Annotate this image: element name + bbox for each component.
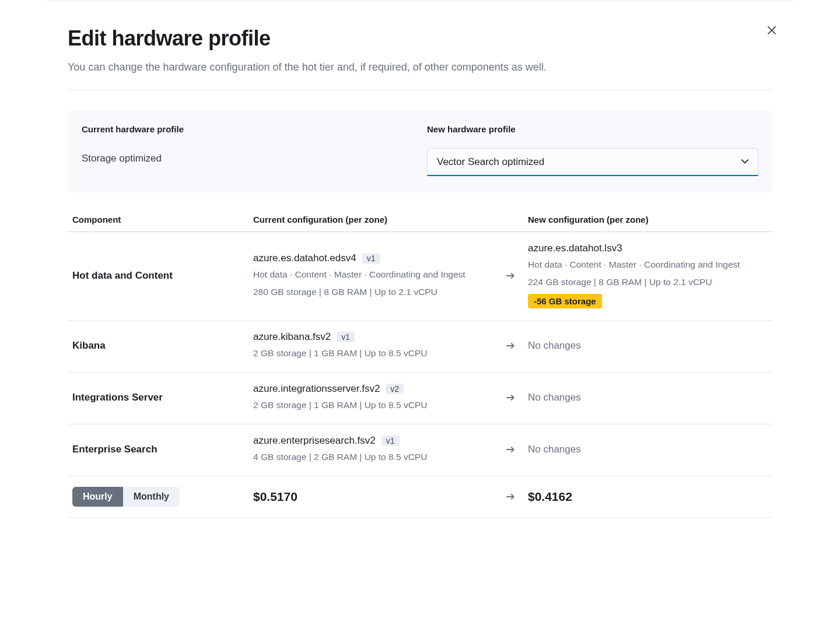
instance-name: azure.es.datahot.edsv4 <box>253 252 356 264</box>
arrow-right-icon <box>493 444 528 455</box>
new-price: $0.4162 <box>528 490 768 504</box>
instance-specs: 2 GB storage | 1 GB RAM | Up to 8.5 vCPU <box>253 398 493 412</box>
no-changes-text: No changes <box>528 392 768 403</box>
hardware-profile-card: Current hardware profile New hardware pr… <box>68 110 772 192</box>
table-row: Integrations Server azure.integrationsse… <box>68 373 772 424</box>
close-button[interactable] <box>762 20 782 42</box>
instance-specs: 4 GB storage | 2 GB RAM | Up to 8.5 vCPU <box>253 450 493 464</box>
instance-name: azure.kibana.fsv2 <box>253 331 331 343</box>
close-icon <box>766 29 777 37</box>
no-changes-text: No changes <box>528 340 768 352</box>
arrow-right-icon <box>493 340 528 351</box>
table-row: Kibana azure.kibana.fsv2 v1 2 GB storage… <box>68 321 772 373</box>
th-component: Component <box>72 215 253 224</box>
arrow-right-icon <box>493 392 528 403</box>
current-config: azure.kibana.fsv2 v1 2 GB storage | 1 GB… <box>253 331 493 360</box>
current-config: azure.es.datahot.edsv4 v1 Hot data · Con… <box>253 252 493 299</box>
instance-name: azure.enterprisesearch.fsv2 <box>253 435 376 447</box>
page-title: Edit hardware profile <box>68 26 762 51</box>
current-price: $0.5170 <box>253 490 493 504</box>
arrow-right-icon <box>493 491 528 502</box>
version-badge: v1 <box>382 436 400 446</box>
table-row: Enterprise Search azure.enterprisesearch… <box>68 424 772 476</box>
monthly-button[interactable]: Monthly <box>123 487 180 507</box>
new-profile-select[interactable]: Vector Search optimized <box>427 148 758 176</box>
version-badge: v1 <box>337 332 355 342</box>
hourly-button[interactable]: Hourly <box>72 487 123 507</box>
table-row: Hot data and Content azure.es.datahot.ed… <box>68 232 772 321</box>
billing-period-toggle: Hourly Monthly <box>72 487 180 507</box>
new-profile-label: New hardware profile <box>427 124 758 134</box>
instance-specs: 224 GB storage | 8 GB RAM | Up to 2.1 vC… <box>528 275 768 289</box>
version-badge: v1 <box>362 253 380 264</box>
no-changes-text: No changes <box>528 444 768 455</box>
instance-name: azure.es.datahot.lsv3 <box>528 243 622 254</box>
instance-roles: Hot data · Content · Master · Coordinati… <box>528 258 768 272</box>
table-header-row: Component Current configuration (per zon… <box>68 210 772 232</box>
pricing-row: Hourly Monthly $0.5170 $0.4162 <box>68 476 772 518</box>
new-profile-select-wrap: Vector Search optimized <box>427 148 758 176</box>
arrow-right-icon <box>493 271 528 281</box>
header: Edit hardware profile You can change the… <box>68 1 772 90</box>
component-name: Kibana <box>72 340 253 352</box>
component-name: Hot data and Content <box>72 270 253 282</box>
storage-delta-badge: -56 GB storage <box>528 294 602 308</box>
page-subtitle: You can change the hardware configuratio… <box>68 61 762 73</box>
th-new: New configuration (per zone) <box>528 215 768 224</box>
configuration-table: Component Current configuration (per zon… <box>68 210 772 518</box>
instance-roles: Hot data · Content · Master · Coordinati… <box>253 268 493 282</box>
current-profile-value: Storage optimized <box>82 148 413 176</box>
current-config: azure.enterprisesearch.fsv2 v1 4 GB stor… <box>253 435 493 464</box>
instance-specs: 2 GB storage | 1 GB RAM | Up to 8.5 vCPU <box>253 346 493 360</box>
instance-specs: 280 GB storage | 8 GB RAM | Up to 2.1 vC… <box>253 285 493 299</box>
version-badge: v2 <box>386 384 404 394</box>
current-config: azure.integrationsserver.fsv2 v2 2 GB st… <box>253 383 493 412</box>
component-name: Integrations Server <box>72 392 253 403</box>
th-current: Current configuration (per zone) <box>253 215 493 224</box>
component-name: Enterprise Search <box>72 444 253 455</box>
current-profile-label: Current hardware profile <box>82 124 413 134</box>
instance-name: azure.integrationsserver.fsv2 <box>253 383 380 395</box>
new-config: azure.es.datahot.lsv3 Hot data · Content… <box>528 243 768 308</box>
